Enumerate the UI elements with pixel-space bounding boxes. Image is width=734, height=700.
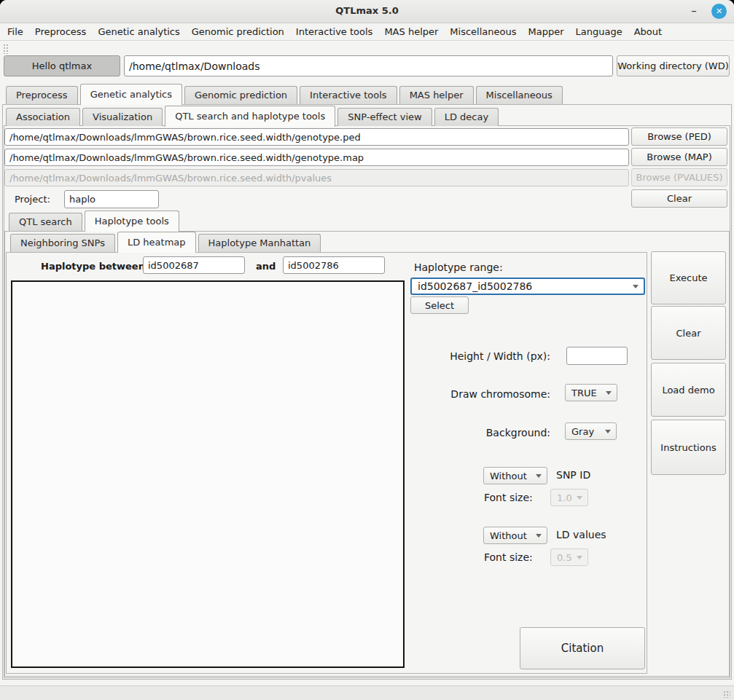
snp-id-label: SNP ID [556, 469, 590, 481]
tab-neighboring-snps[interactable]: Neighboring SNPs [10, 234, 115, 252]
execute-button-label: Execute [670, 272, 708, 283]
minimize-icon[interactable]: – [686, 3, 702, 19]
haplotype-to-input[interactable] [283, 256, 385, 274]
menu-interactive-tools[interactable]: Interactive tools [290, 23, 379, 40]
tab-mas-helper[interactable]: MAS helper [399, 86, 474, 104]
map-path-input[interactable] [4, 149, 629, 166]
browse-ped-label: Browse (PED) [647, 131, 711, 142]
wd-button-label: Working directory (WD) [617, 60, 728, 71]
tab-preprocess[interactable]: Preprocess [6, 86, 78, 104]
execute-button[interactable]: Execute [651, 251, 726, 304]
pvalues-path-input [4, 169, 629, 186]
tab-miscellaneous[interactable]: Miscellaneous [476, 86, 563, 104]
citation-button-label: Citation [561, 642, 604, 655]
window-title: QTLmax 5.0 [0, 5, 734, 16]
ped-path-input[interactable] [4, 128, 629, 146]
tab-qtl-search[interactable]: QTL search [9, 213, 82, 231]
chevron-down-icon [536, 474, 542, 478]
menu-language[interactable]: Language [570, 23, 628, 40]
chevron-down-icon [577, 556, 582, 559]
ld-font-size-label: Font size: [484, 551, 533, 563]
resize-grip[interactable] [723, 691, 730, 698]
citation-button[interactable]: Citation [520, 627, 645, 669]
tab-ld-decay[interactable]: LD decay [434, 108, 499, 126]
background-value: Gray [571, 426, 594, 437]
menu-miscellaneous[interactable]: Miscellaneous [444, 23, 522, 40]
background-label: Background: [408, 427, 550, 439]
haplotype-range-combobox[interactable]: id5002687_id5002786 [410, 278, 645, 295]
snp-font-size-value: 1.0 [557, 492, 572, 503]
tab-haplotype-manhattan[interactable]: Haplotype Manhattan [198, 234, 321, 252]
browse-map-button[interactable]: Browse (MAP) [631, 148, 727, 166]
haplotype-range-label: Haplotype range: [414, 261, 503, 273]
tab-haplotype-tools[interactable]: Haplotype tools [85, 211, 179, 232]
draw-chromosome-value: TRUE [571, 388, 597, 398]
snp-id-mode-dropdown[interactable]: Without [483, 467, 547, 484]
window-grip-dots [3, 44, 9, 54]
chevron-down-icon [605, 430, 611, 433]
tab-qtl-search-haplotype[interactable]: QTL search and haplotype tools [165, 106, 335, 127]
browse-pvalues-button: Browse (PVALUES) [631, 168, 727, 186]
menu-file[interactable]: File [1, 23, 29, 40]
browse-map-label: Browse (MAP) [647, 152, 712, 162]
tab-visualization[interactable]: Visualization [82, 108, 163, 126]
haplotype-between-label: Haplotype between [41, 261, 145, 272]
hello-button-label: Hello qtlmax [32, 60, 92, 71]
haplotype-range-value: id5002687_id5002786 [418, 280, 532, 292]
browse-ped-button[interactable]: Browse (PED) [631, 127, 727, 146]
working-directory-input[interactable] [124, 55, 613, 76]
select-button[interactable]: Select [410, 296, 469, 314]
snp-id-mode-value: Without [490, 471, 527, 481]
chevron-down-icon [633, 285, 639, 288]
chevron-down-icon [577, 496, 582, 500]
menu-preprocess[interactable]: Preprocess [29, 23, 93, 40]
height-width-input[interactable] [566, 347, 628, 365]
tab-interactive-tools[interactable]: Interactive tools [300, 86, 397, 104]
ld-values-label: LD values [556, 529, 606, 540]
tab-snp-effect-view[interactable]: SNP-effect view [337, 108, 432, 126]
and-label: and [256, 261, 276, 272]
main-tabs: Preprocess Genetic analytics Genomic pre… [6, 83, 563, 104]
instructions-button[interactable]: Instructions [651, 420, 726, 475]
tab-association[interactable]: Association [6, 108, 80, 126]
project-label: Project: [15, 194, 50, 205]
browse-pvalues-label: Browse (PVALUES) [636, 172, 723, 183]
haplotype-tabs: Neighboring SNPs LD heatmap Haplotype Ma… [10, 232, 321, 252]
tab-genomic-prediction[interactable]: Genomic prediction [184, 86, 297, 104]
heatmap-plot-canvas [11, 280, 405, 668]
load-demo-button-label: Load demo [662, 385, 714, 396]
ld-values-mode-dropdown[interactable]: Without [483, 527, 547, 544]
snp-font-size-dropdown: 1.0 [550, 489, 588, 506]
hello-button[interactable]: Hello qtlmax [4, 55, 120, 76]
menu-bar: File Preprocess Genetic analytics Genomi… [0, 23, 734, 41]
desktop: QTLmax 5.0 – ✕ File Preprocess Genetic a… [0, 0, 734, 700]
menu-mapper[interactable]: Mapper [522, 23, 569, 40]
title-bar[interactable]: QTLmax 5.0 – ✕ [0, 0, 734, 23]
clear-button[interactable]: Clear [651, 306, 726, 360]
clear-button-label: Clear [676, 328, 701, 339]
tab-genetic-analytics[interactable]: Genetic analytics [80, 84, 182, 105]
close-icon[interactable]: ✕ [711, 4, 727, 19]
menu-mas-helper[interactable]: MAS helper [378, 23, 444, 40]
height-width-label: Height / Width (px): [408, 350, 550, 362]
background-dropdown[interactable]: Gray [565, 422, 617, 440]
haplotype-from-input[interactable] [143, 256, 245, 274]
app-window: QTLmax 5.0 – ✕ File Preprocess Genetic a… [0, 0, 734, 700]
chevron-down-icon [536, 534, 542, 538]
clear-project-label: Clear [667, 193, 692, 204]
working-directory-button[interactable]: Working directory (WD) [617, 55, 730, 76]
menu-about[interactable]: About [628, 23, 668, 40]
tab-ld-heatmap[interactable]: LD heatmap [117, 232, 196, 253]
clear-project-button[interactable]: Clear [631, 189, 727, 208]
status-strip [0, 685, 734, 700]
draw-chromosome-label: Draw chromosome: [408, 388, 550, 400]
snp-font-size-label: Font size: [484, 492, 533, 503]
ld-values-mode-value: Without [490, 530, 527, 541]
analytics-tabs: Association Visualization QTL search and… [6, 105, 499, 126]
menu-genomic-prediction[interactable]: Genomic prediction [186, 23, 290, 40]
select-button-label: Select [425, 300, 454, 311]
load-demo-button[interactable]: Load demo [651, 363, 726, 417]
menu-genetic-analytics[interactable]: Genetic analytics [92, 23, 185, 40]
project-input[interactable] [64, 190, 159, 208]
draw-chromosome-dropdown[interactable]: TRUE [565, 384, 617, 401]
